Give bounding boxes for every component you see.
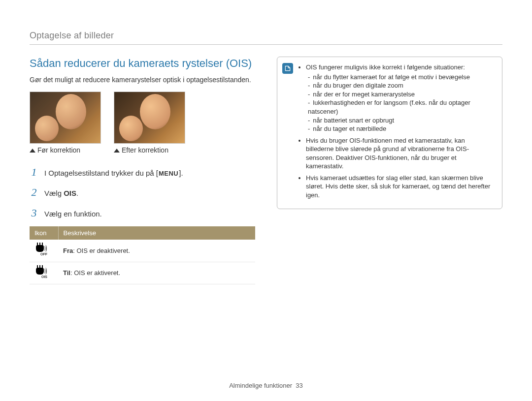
triangle-up-icon (30, 149, 35, 153)
manual-page: Optagelse af billeder Sådan reducerer du… (0, 0, 532, 401)
step-number: 1 (30, 165, 38, 180)
note-sub: lukkerhastigheden er for langsom (f.eks.… (308, 98, 494, 116)
page-header: Optagelse af billeder (30, 30, 502, 45)
note-sub: når du tager et nærbillede (308, 124, 494, 133)
note-sub: når batteriet snart er opbrugt (308, 116, 494, 125)
photo-after-block: Efter korrektion (114, 92, 185, 155)
right-column: OIS fungerer muligvis ikke korrekt i føl… (277, 57, 502, 284)
page-footer: Almindelige funktioner 33 (0, 381, 532, 390)
section-title: Sådan reducerer du kameraets rystelser (… (30, 57, 255, 70)
page-number: 33 (296, 382, 302, 389)
photo-before-block: Før korrektion (30, 92, 101, 155)
section-intro: Gør det muligt at reducere kamerarystels… (30, 75, 255, 85)
ois-off-icon: OFF (34, 244, 46, 255)
triangle-up-icon (114, 149, 120, 153)
step-2: 2 Vælg OIS. (30, 185, 255, 200)
note-sub: når du flytter kameraet for at følge et … (308, 73, 494, 82)
table-header-icon: Ikon (30, 226, 58, 240)
step-list: 1 I Optagelsestilstand trykker du på [ME… (30, 165, 255, 220)
photo-after (114, 92, 185, 144)
ois-on-icon: OIS (34, 266, 46, 278)
note-bullet: OIS fungerer muligvis ikke korrekt i føl… (306, 63, 494, 133)
photo-before (30, 92, 101, 144)
caption-after: Efter korrektion (114, 146, 185, 155)
menu-button-label: MENU (158, 169, 179, 178)
step-3: 3 Vælg en funktion. (30, 206, 255, 220)
desc-cell: Til: OIS er aktiveret. (58, 262, 255, 284)
table-row: OFF Fra: OIS er deaktiveret. (30, 240, 255, 262)
step-1: 1 I Optagelsestilstand trykker du på [ME… (30, 165, 255, 180)
step-number: 2 (30, 185, 38, 200)
comparison-photos: Før korrektion Efter korrektion (30, 92, 255, 155)
caption-before: Før korrektion (30, 146, 101, 155)
table-row: OIS Til: OIS er aktiveret. (30, 262, 255, 284)
note-bullet: Hvis du bruger OIS-funktionen med et kam… (306, 136, 494, 171)
step-number: 3 (30, 206, 38, 220)
note-sub: når du bruger den digitale zoom (308, 81, 494, 90)
icon-cell: OFF (30, 240, 58, 262)
note-icon (282, 63, 293, 74)
table-header-desc: Beskrivelse (58, 226, 255, 240)
content-columns: Sådan reducerer du kameraets rystelser (… (30, 57, 502, 284)
icon-cell: OIS (30, 262, 58, 284)
note-sub: når der er for meget kamerarystelse (308, 90, 494, 99)
breadcrumb: Optagelse af billeder (30, 31, 114, 40)
note-bullet: Hvis kameraet udsættes for slag eller st… (306, 174, 494, 200)
desc-cell: Fra: OIS er deaktiveret. (58, 240, 255, 262)
options-table: Ikon Beskrivelse OFF Fra: OIS er (30, 226, 255, 285)
note-box: OIS fungerer muligvis ikke korrekt i føl… (277, 57, 502, 209)
left-column: Sådan reducerer du kameraets rystelser (… (30, 57, 255, 284)
